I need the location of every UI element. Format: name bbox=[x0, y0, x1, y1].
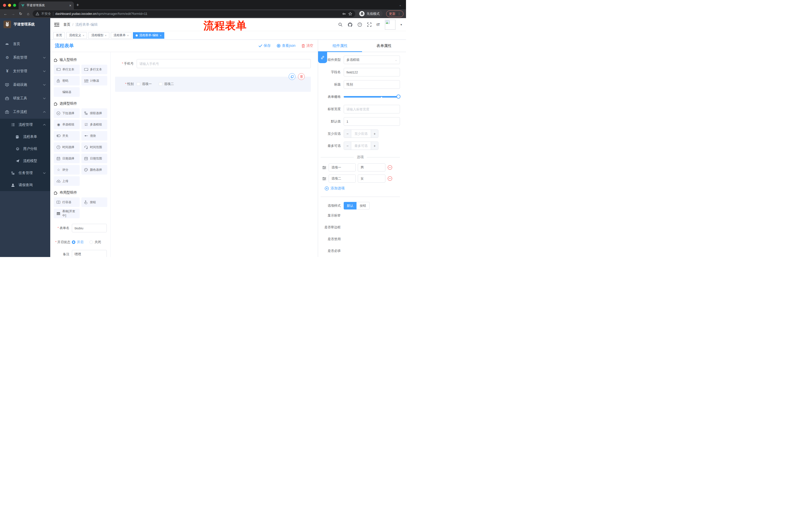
style-button-button[interactable]: 按钮 bbox=[356, 202, 370, 210]
window-close-button[interactable] bbox=[3, 4, 6, 7]
checkbox-box[interactable] bbox=[159, 82, 162, 86]
slider-handle[interactable] bbox=[397, 94, 401, 99]
palette-item-slider[interactable]: 滑块 bbox=[81, 131, 107, 141]
bookmark-star-icon[interactable] bbox=[348, 12, 352, 16]
palette-item-time-range[interactable]: 时间范围 bbox=[81, 142, 107, 152]
checkbox-box[interactable] bbox=[137, 82, 140, 86]
tab-close-icon[interactable]: × bbox=[160, 34, 161, 37]
browser-menu-icon[interactable]: ⋮ bbox=[398, 12, 401, 16]
option-value-input[interactable] bbox=[358, 163, 385, 171]
form-name-input[interactable] bbox=[72, 224, 107, 232]
tab-process-definition[interactable]: 流程定义 × bbox=[66, 32, 87, 39]
sidebar-item-workflow[interactable]: 工作流程 bbox=[0, 105, 50, 119]
canvas-field-gender-selected[interactable]: 性别 选项一 选项二 bbox=[115, 77, 311, 92]
palette-item-editor[interactable]: 编辑器 bbox=[54, 87, 80, 97]
max-select-stepper[interactable]: − + bbox=[344, 141, 378, 150]
status-off-radio[interactable] bbox=[89, 240, 93, 244]
search-icon[interactable] bbox=[338, 22, 343, 27]
remove-option-icon[interactable] bbox=[387, 165, 393, 170]
palette-item-multi-text[interactable]: 多行文本 bbox=[81, 64, 107, 74]
canvas-field-phone[interactable]: 手机号 bbox=[115, 57, 311, 71]
option-name-input[interactable] bbox=[329, 163, 356, 171]
fullscreen-icon[interactable] bbox=[367, 22, 372, 27]
palette-item-color-picker[interactable]: 颜色选择 bbox=[81, 165, 107, 174]
remove-option-icon[interactable] bbox=[387, 176, 393, 181]
palette-item-select[interactable]: 下拉选择 bbox=[54, 108, 80, 118]
back-icon[interactable]: ← bbox=[2, 11, 8, 16]
grid-slider[interactable] bbox=[344, 92, 400, 101]
option-value-input[interactable] bbox=[358, 174, 385, 183]
avatar[interactable] bbox=[385, 20, 396, 30]
link-icon[interactable] bbox=[318, 52, 327, 63]
palette-item-counter[interactable]: 123 计数器 bbox=[81, 76, 107, 85]
sidebar-item-leave-query[interactable]: 请假查询 bbox=[0, 179, 50, 191]
tab-close-icon[interactable]: × bbox=[83, 34, 84, 37]
palette-item-switch[interactable]: 开关 bbox=[54, 131, 80, 141]
tab-close-icon[interactable]: × bbox=[105, 34, 106, 37]
tab-process-form-edit[interactable]: 流程表单-编辑 × bbox=[133, 32, 164, 39]
max-select-input[interactable] bbox=[351, 142, 371, 150]
gender-option1-checkbox[interactable]: 选项一 bbox=[137, 82, 152, 86]
form-canvas[interactable]: 手机号 性别 bbox=[111, 52, 318, 257]
palette-item-date-range[interactable]: 日期范围 bbox=[81, 154, 107, 163]
sidebar-item-infra[interactable]: 基础设施 bbox=[0, 78, 50, 91]
password-key-icon[interactable] bbox=[342, 12, 346, 16]
drag-handle-icon[interactable] bbox=[322, 166, 327, 169]
help-icon[interactable]: ? bbox=[357, 22, 362, 27]
tab-close-icon[interactable]: × bbox=[69, 3, 71, 7]
palette-item-upload[interactable]: 上传 bbox=[54, 176, 80, 186]
palette-item-date-picker[interactable]: 日期选择 bbox=[54, 154, 80, 163]
palette-item-password[interactable]: 密码 bbox=[54, 76, 80, 85]
gender-option2-checkbox[interactable]: 选项二 bbox=[159, 82, 174, 86]
clear-button[interactable]: 清空 bbox=[301, 44, 313, 48]
sidebar-item-user-group[interactable]: 用户分组 bbox=[0, 143, 50, 155]
sidebar-collapse-icon[interactable] bbox=[54, 23, 60, 27]
palette-item-row-container[interactable]: 行容器 bbox=[54, 197, 80, 207]
tab-home[interactable]: 首页 bbox=[53, 32, 65, 39]
palette-item-button[interactable]: 按钮 bbox=[81, 197, 107, 207]
reload-icon[interactable]: ↻ bbox=[18, 11, 24, 16]
stepper-decrease-icon[interactable]: − bbox=[344, 142, 351, 150]
tab-component-props[interactable]: 组件属性 bbox=[318, 40, 362, 52]
palette-item-radio-group[interactable]: ◉ 单选框组 bbox=[54, 120, 80, 129]
palette-item-checkbox-group[interactable]: ☑ 多选框组 bbox=[81, 120, 107, 129]
default-value-input[interactable] bbox=[344, 117, 400, 126]
window-maximize-button[interactable] bbox=[13, 4, 16, 7]
stepper-decrease-icon[interactable]: − bbox=[344, 130, 351, 138]
tab-close-icon[interactable]: × bbox=[127, 34, 128, 37]
sidebar-item-system[interactable]: ⚙ 系统管理 bbox=[0, 51, 50, 64]
slider-track[interactable] bbox=[344, 96, 399, 98]
option-name-input[interactable] bbox=[329, 174, 356, 183]
new-tab-button[interactable]: + bbox=[76, 2, 79, 8]
view-json-button[interactable]: 查看json bbox=[277, 44, 295, 48]
field-name-input[interactable] bbox=[344, 68, 400, 77]
window-controls[interactable] bbox=[0, 4, 19, 9]
status-off-label[interactable]: 关闭 bbox=[94, 240, 101, 244]
stepper-increase-icon[interactable]: + bbox=[371, 142, 378, 150]
drag-handle-icon[interactable] bbox=[322, 177, 327, 181]
delete-component-button[interactable] bbox=[298, 73, 305, 80]
tab-process-model[interactable]: 流程模型 × bbox=[88, 32, 109, 39]
tab-search-chevron-icon[interactable]: ⌄ bbox=[399, 3, 402, 7]
sidebar-item-process-model[interactable]: 流程模型 bbox=[0, 155, 50, 167]
github-icon[interactable] bbox=[348, 22, 352, 27]
add-option-button[interactable]: 添加选项 bbox=[325, 186, 400, 191]
status-on-radio[interactable] bbox=[72, 240, 76, 244]
browser-tab[interactable]: 芋道管理系统 × bbox=[19, 1, 74, 9]
sidebar-item-process-mgmt[interactable]: 流程管理 bbox=[0, 119, 50, 131]
browser-update-button[interactable]: 更新 ⋮ bbox=[386, 10, 404, 17]
tab-form-props[interactable]: 表单属性 bbox=[362, 40, 406, 52]
palette-item-table[interactable]: 表格[开发中] bbox=[54, 209, 80, 218]
sidebar-item-home[interactable]: 首页 bbox=[0, 37, 50, 51]
sidebar-item-task-mgmt[interactable]: 任务管理 bbox=[0, 167, 50, 179]
title-input[interactable] bbox=[344, 80, 400, 89]
sidebar-item-payment[interactable]: ¥ 支付管理 bbox=[0, 64, 50, 78]
palette-item-cascader[interactable]: 级联选择 bbox=[81, 108, 107, 118]
sidebar-item-devtools[interactable]: 研发工具 bbox=[0, 91, 50, 105]
palette-item-single-text[interactable]: 单行文本 bbox=[54, 64, 80, 74]
duplicate-component-button[interactable] bbox=[289, 73, 295, 80]
component-type-select[interactable]: 多选框组 ⌄ bbox=[344, 56, 400, 64]
user-menu-caret-icon[interactable]: ▾ bbox=[401, 23, 402, 26]
url-bar[interactable]: 不安全 dashboard.yudao.iocoder.cn/bpm/manag… bbox=[33, 10, 355, 17]
palette-item-time-picker[interactable]: 时间选择 bbox=[54, 142, 80, 152]
